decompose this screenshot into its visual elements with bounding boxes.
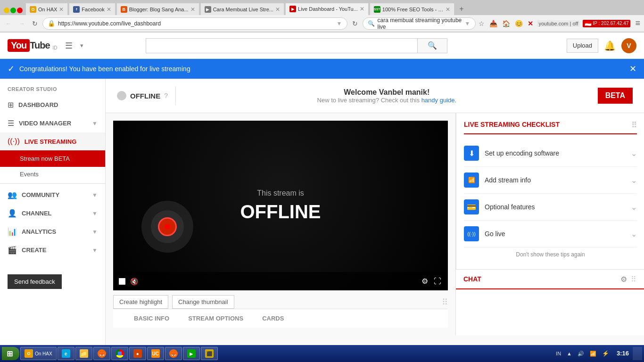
menu-icon[interactable]: ≡	[634, 17, 641, 29]
bookmark-icon[interactable]: 📥	[488, 19, 498, 28]
tab-close-5[interactable]: ✕	[360, 6, 364, 12]
dont-show-tips[interactable]: Don't show these tips again	[464, 247, 637, 262]
taskbar-app-folder[interactable]: 📁	[75, 347, 92, 360]
forward-button[interactable]: →	[16, 18, 27, 29]
tab-basic-info[interactable]: BASIC INFO	[124, 309, 179, 328]
mute-button[interactable]: 🔇	[129, 277, 139, 286]
go-live-label: Go live	[485, 230, 625, 238]
go-live-expand[interactable]: ⌄	[631, 230, 637, 239]
start-button[interactable]: ⊞	[2, 347, 19, 360]
hamburger-dropdown[interactable]: ▾	[80, 42, 83, 49]
change-thumbnail-button[interactable]: Change thumbnail	[172, 295, 234, 309]
star-icon[interactable]: ☆	[478, 19, 486, 28]
search-button[interactable]: 🔍	[417, 38, 447, 53]
tab-favicon-3: B	[121, 6, 127, 13]
close-btn[interactable]	[17, 8, 23, 13]
taskbar-app-firefox1[interactable]: 🦊	[93, 347, 110, 360]
back-button[interactable]: ←	[3, 18, 14, 29]
youtube-logo[interactable]: YouTube ID	[8, 39, 58, 52]
tray-network[interactable]: 📶	[588, 350, 598, 358]
maximize-btn[interactable]	[10, 8, 16, 13]
address-text: https://www.youtube.com/live_dashboard	[58, 20, 334, 27]
stream-info-expand[interactable]: ⌄	[631, 176, 637, 185]
optional-features-expand[interactable]: ⌄	[631, 203, 637, 212]
sidebar-item-video-manager[interactable]: ☰ VIDEO MANAGER ▼	[0, 114, 105, 132]
send-feedback-button[interactable]: Send feedback	[8, 274, 62, 289]
search-text: cara membuat streaming youtube live	[378, 17, 462, 30]
sidebar: CREATOR STUDIO ⊞ DASHBOARD ☰ VIDEO MANAG…	[0, 79, 106, 362]
notification-banner: ✓ Congratulations! You have been enabled…	[0, 59, 644, 79]
sidebar-subitem-events[interactable]: Events	[0, 167, 105, 181]
browser-tab-sst[interactable]: SST 100% Free SEO Tools - o... ✕	[370, 3, 454, 15]
firefox-icon1: 🦊	[98, 349, 106, 358]
tab-close-3[interactable]: ✕	[190, 6, 195, 13]
stream-text1: This stream is	[240, 189, 321, 197]
avatar[interactable]: V	[621, 38, 636, 53]
status-help-icon[interactable]: ?	[164, 92, 168, 99]
sidebar-item-analytics[interactable]: 📊 ANALYTICS ▼	[0, 222, 105, 241]
sidebar-subitem-stream-now[interactable]: Stream now BETA	[0, 150, 105, 167]
search-input[interactable]	[146, 38, 417, 53]
browser-tab-1[interactable]: O On HAX ✕	[25, 3, 68, 15]
home-icon[interactable]: 🏠	[501, 19, 511, 28]
taskbar-clock[interactable]: 3:16	[614, 349, 632, 359]
tab-title-sst: 100% Free SEO Tools - o...	[382, 7, 444, 12]
tray-language[interactable]: IN	[554, 350, 563, 357]
minimize-btn[interactable]	[4, 8, 9, 13]
sidebar-item-dashboard[interactable]: ⊞ DASHBOARD	[0, 96, 105, 114]
search-bar: 🔍	[146, 38, 447, 53]
dropdown-arrow[interactable]: ▼	[337, 20, 342, 27]
taskbar-app-chrome[interactable]	[111, 347, 128, 360]
new-tab-button[interactable]: +	[455, 3, 468, 15]
tab-stream-options[interactable]: STREAM OPTIONS	[179, 309, 253, 328]
notification-bell[interactable]: 🔔	[604, 40, 616, 51]
reload-btn2[interactable]: ↻	[349, 18, 361, 29]
create-highlight-button[interactable]: Create highlight	[113, 295, 168, 309]
browser-search-bar[interactable]: 🔍 cara membuat streaming youtube live ▼	[363, 17, 476, 30]
header-right: Upload 🔔 V	[567, 38, 636, 53]
taskbar-app-ie[interactable]: e	[58, 347, 74, 360]
browser-tab-3[interactable]: B Blogger: Blog Sang Ana... ✕	[116, 3, 199, 15]
tray-power[interactable]: ⚡	[600, 349, 611, 358]
checklist-grid-icon[interactable]: ⠿	[631, 121, 637, 130]
sidebar-item-community[interactable]: 👥 COMMUNITY ▼	[0, 186, 105, 204]
chat-settings-icon[interactable]: ⚙	[620, 275, 627, 284]
tray-volume[interactable]: 🔊	[576, 350, 586, 358]
hamburger-menu[interactable]: ☰	[63, 39, 74, 53]
smiley-icon[interactable]: 😊	[514, 19, 524, 28]
tray-up-arrow[interactable]: ▲	[565, 350, 574, 357]
tab-cards[interactable]: CARDS	[253, 309, 293, 328]
reload-button[interactable]: ↻	[29, 18, 41, 29]
sidebar-item-create[interactable]: 🎬 CREATE ▼	[0, 241, 105, 259]
taskbar-app-app2[interactable]: ●	[129, 347, 146, 360]
upload-button[interactable]: Upload	[567, 39, 598, 53]
taskbar-app-uc[interactable]: UC	[147, 347, 164, 360]
address-bar[interactable]: 🔒 https://www.youtube.com/live_dashboard…	[42, 17, 347, 30]
browser-tab-2[interactable]: f Facebook ✕	[69, 3, 115, 15]
check-icon: ✓	[8, 64, 15, 74]
window-controls[interactable]	[2, 8, 25, 13]
close-notification[interactable]: ✕	[629, 64, 636, 74]
welcome-sub-text: New to live streaming? Check out this	[317, 97, 420, 104]
sidebar-item-live-streaming[interactable]: ((·)) LIVE STREAMING	[0, 132, 105, 150]
handy-guide-link[interactable]: handy guide.	[421, 97, 456, 104]
chat-tab[interactable]: CHAT	[463, 270, 481, 289]
taskbar-app-yellow[interactable]: ⬛	[201, 347, 218, 360]
browser-tab-5[interactable]: ▶ Live Dashboard - YouTu... ✕	[285, 3, 369, 15]
taskbar-app-green[interactable]: ▶	[183, 347, 200, 360]
show-desktop-button[interactable]	[633, 347, 642, 360]
stop-button[interactable]	[119, 278, 125, 285]
fullscreen-button[interactable]: ⛶	[433, 276, 442, 287]
tab-close-4[interactable]: ✕	[275, 6, 280, 13]
search-dropdown[interactable]: ▼	[465, 20, 471, 27]
taskbar-app-firefox2[interactable]: 🦊	[165, 347, 182, 360]
sidebar-item-channel[interactable]: 👤 CHANNEL ▼	[0, 204, 105, 222]
tab-close-1[interactable]: ✕	[59, 6, 64, 13]
settings-button[interactable]: ⚙	[421, 276, 429, 287]
encoding-expand[interactable]: ⌄	[631, 149, 637, 158]
browser-tab-4[interactable]: ▶ Cara Membuat Live Stre... ✕	[200, 3, 284, 15]
taskbar-app-onhax[interactable]: O On HAX	[20, 347, 57, 360]
x-icon[interactable]: ✕	[527, 19, 534, 28]
tab-close-sst[interactable]: ✕	[446, 6, 450, 13]
tab-close-2[interactable]: ✕	[107, 6, 111, 13]
